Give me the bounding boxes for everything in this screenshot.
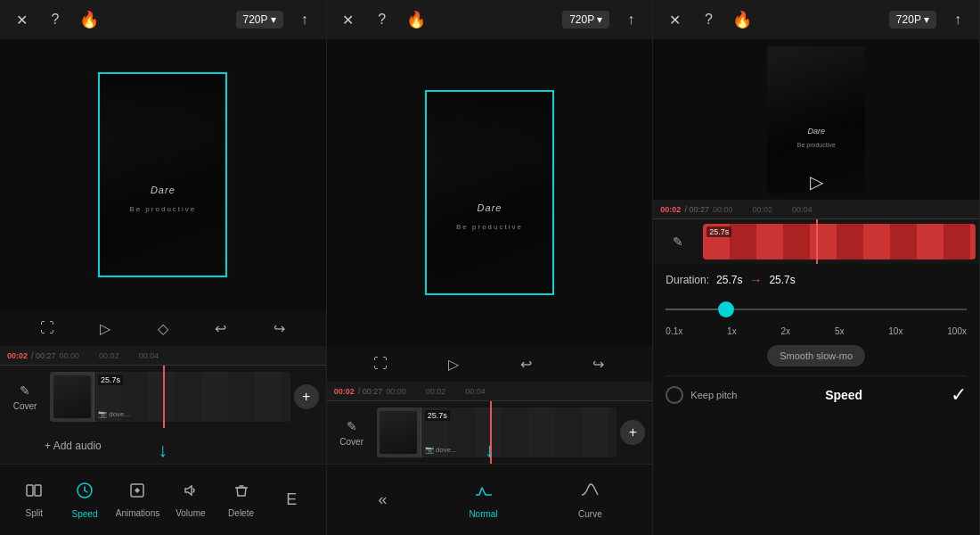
help-button-2[interactable]: ? (370, 7, 395, 32)
speed-label-10x: 10x (888, 326, 902, 336)
track-content-1: 25.7s 📷 dove... (94, 372, 290, 422)
play-button-2[interactable]: ▷ (440, 350, 467, 377)
help-button-1[interactable]: ? (43, 7, 68, 32)
smooth-slowmo-button[interactable]: Smooth slow-mo (767, 345, 865, 366)
close-button-1[interactable]: ✕ (9, 7, 34, 32)
speed-label-1: Speed (72, 509, 98, 519)
close-button-3[interactable]: ✕ (662, 7, 687, 32)
add-track-button-1[interactable]: + (294, 384, 319, 409)
help-button-3[interactable]: ? (696, 7, 721, 32)
clip-duration-1: 25.7s (98, 374, 123, 385)
topbar-right-3: 720P ▾ ↑ (889, 7, 970, 32)
panel-2: ✕ ? 🔥 720P ▾ ↑ Dare Be productive ⛶ ▷ ↩ … (327, 0, 654, 535)
track-edit-icon-3[interactable]: ✎ (673, 235, 683, 249)
video-text-main-2: Dare (478, 202, 502, 213)
video-text-sub-1: Be productive (129, 205, 196, 213)
toolbar-normal-2[interactable]: Normal (464, 481, 503, 519)
track-edit-icon-1[interactable]: ✎ (20, 383, 30, 398)
close-button-2[interactable]: ✕ (336, 7, 361, 32)
topbar-right-2: 720P ▾ ↑ (562, 7, 643, 32)
current-time-2: 00:02 (334, 387, 355, 396)
redo-icon-1[interactable]: ↪ (265, 315, 292, 342)
ruler-marks-2: 00:00 00:02 00:04 (386, 387, 486, 396)
track-edit-icon-2[interactable]: ✎ (347, 419, 357, 433)
track-clip-1[interactable]: 25.7s 📷 dove... (50, 372, 290, 422)
track-clip-3[interactable]: 25.7s (703, 224, 976, 259)
video-inner-1: Dare Be productive (100, 74, 225, 276)
resolution-button-2[interactable]: 720P ▾ (562, 11, 609, 29)
topbar-1: ✕ ? 🔥 720P ▾ ↑ (0, 0, 326, 39)
fullscreen-icon-1[interactable]: ⛶ (34, 315, 61, 342)
curve-label-2: Curve (578, 509, 602, 519)
fullscreen-icon-2[interactable]: ⛶ (367, 350, 394, 377)
video-text-main-3: Dare (807, 127, 825, 136)
total-time-1: / 00:27 (31, 351, 56, 360)
play-button-1[interactable]: ▷ (92, 315, 118, 342)
add-track-button-2[interactable]: + (620, 420, 645, 445)
track-content-2: 25.7s 📷 dove... (421, 407, 617, 457)
upload-icon-1[interactable]: ↑ (292, 7, 317, 32)
speed-track-fill (666, 309, 726, 310)
extra-icon-1: E (286, 490, 297, 509)
topbar-right-1: 720P ▾ ↑ (236, 7, 317, 32)
bottom-toolbar-2: « Normal Curve (327, 464, 653, 535)
video-overlay-2 (427, 92, 552, 293)
track-area-1: ✎ Cover 25.7s 📷 dove... + (0, 366, 326, 428)
confirm-button[interactable]: ✓ (951, 383, 967, 407)
track-content-3: 25.7s (703, 224, 976, 259)
ruler-marks-1: 00:00 00:02 00:04 (60, 351, 159, 360)
animations-icon-1 (128, 482, 146, 504)
play-button-3[interactable]: ▷ (810, 171, 823, 193)
diamond-icon-1[interactable]: ◇ (150, 315, 176, 342)
cyan-arrow-2: ↓ (485, 439, 494, 462)
toolbar-speed-1[interactable]: Speed (65, 481, 104, 519)
resolution-button-3[interactable]: 720P ▾ (889, 11, 936, 29)
undo-icon-2[interactable]: ↩ (512, 350, 539, 377)
toolbar-split-1[interactable]: Split (14, 482, 53, 518)
speed-track (666, 309, 967, 310)
clip-text-2: 📷 dove... (425, 446, 457, 454)
cyan-arrow-1: ↓ (158, 439, 167, 462)
resolution-button-1[interactable]: 720P ▾ (236, 11, 283, 29)
toolbar-extra-1[interactable]: E (272, 490, 311, 509)
total-time-3: / 00:27 (684, 205, 709, 214)
video-text-sub-3: Be productive (797, 142, 836, 148)
speed-label-5x: 5x (835, 326, 845, 336)
track-label-2: ✎ Cover (331, 419, 373, 447)
toolbar-curve-2[interactable]: Curve (570, 481, 609, 519)
toolbar-animations-1[interactable]: Animations (116, 482, 159, 518)
duration-arrow-icon: → (749, 273, 762, 287)
delete-label-1: Delete (228, 508, 254, 518)
add-audio-button-1[interactable]: + Add audio (45, 440, 102, 452)
thumb-inner-1 (53, 375, 91, 418)
toolbar-volume-1[interactable]: Volume (171, 482, 210, 518)
topbar-2: ✕ ? 🔥 720P ▾ ↑ (327, 0, 653, 39)
speed-thumb[interactable] (718, 301, 734, 317)
track-clip-2[interactable]: 25.7s 📷 dove... (377, 407, 617, 457)
keep-pitch-toggle[interactable] (666, 386, 683, 404)
volume-icon-1 (182, 482, 200, 504)
flame-icon-2: 🔥 (404, 7, 429, 32)
split-label-1: Split (26, 508, 43, 518)
redo-icon-2[interactable]: ↪ (585, 350, 612, 377)
video-text-main-1: Dare (151, 185, 176, 195)
toolbar-delete-1[interactable]: Delete (222, 482, 261, 518)
current-time-1: 00:02 (7, 351, 28, 360)
ruler-marks-3: 00:00 00:02 00:04 (713, 205, 813, 214)
duration-from: 25.7s (716, 274, 742, 286)
svg-rect-0 (27, 485, 33, 496)
duration-label: Duration: (666, 274, 709, 286)
panel-1: ✕ ? 🔥 720P ▾ ↑ Dare Be productive ⛶ ▷ ◇ … (0, 0, 327, 535)
speed-icon-1 (75, 481, 94, 505)
track-area-3: ✎ 25.7s (653, 219, 979, 264)
delete-icon-1 (233, 482, 250, 504)
controls-row-1: ⛶ ▷ ◇ ↩ ↪ (0, 310, 326, 346)
undo-icon-1[interactable]: ↩ (208, 315, 234, 342)
back-button-2[interactable]: « (370, 487, 396, 514)
speed-slider-container[interactable] (666, 296, 967, 323)
total-time-2: / 00:27 (358, 387, 383, 396)
upload-icon-3[interactable]: ↑ (945, 7, 970, 32)
speed-label-2x: 2x (781, 326, 791, 336)
upload-icon-2[interactable]: ↑ (618, 7, 643, 32)
track-label-1: ✎ Cover (4, 383, 46, 411)
